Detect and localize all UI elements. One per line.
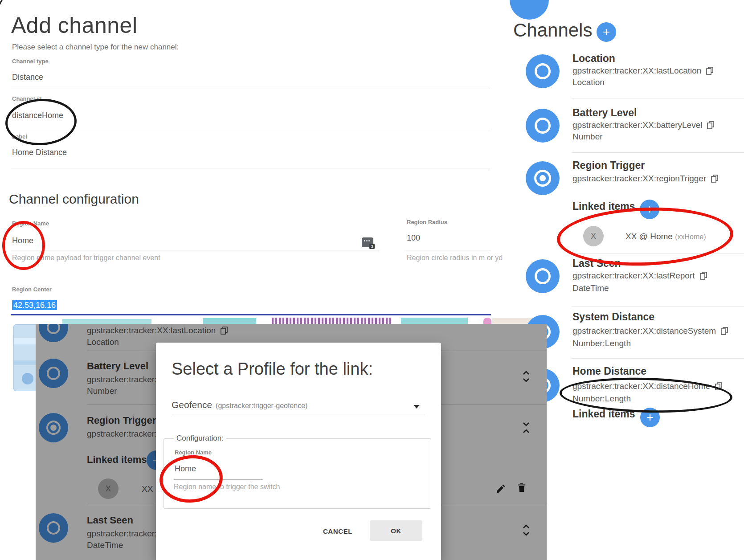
page-content-sliver xyxy=(36,317,547,324)
region-radius-input[interactable]: 100 xyxy=(407,233,420,243)
profile-select-detail: (gpstracker:trigger-geofence) xyxy=(216,402,307,410)
text-fragment xyxy=(272,318,392,324)
map-fragment xyxy=(62,319,151,324)
autofill-badge: 3 xyxy=(369,244,375,249)
channel-uid: gpstracker:tracker:XX:lastLocation xyxy=(572,66,701,76)
selected-text[interactable]: 42.53,16.16 xyxy=(12,300,57,310)
map-detail xyxy=(22,373,33,384)
bullseye-icon xyxy=(534,170,551,187)
profile-select[interactable]: Geofence (gpstracker:trigger-geofence) xyxy=(172,400,307,410)
annotation-red-ellipse-linked-item xyxy=(556,204,734,269)
app-canvas: Add channel Please select a channel type… xyxy=(0,0,744,560)
divider xyxy=(572,98,744,98)
copy-icon[interactable] xyxy=(706,67,713,75)
channel-type-label: Channel type xyxy=(12,58,49,65)
copy-icon[interactable] xyxy=(711,175,718,183)
autofill-dots xyxy=(364,240,370,241)
autofill-extension-icon[interactable]: 3 xyxy=(362,237,373,247)
page-title: Add channel xyxy=(11,12,138,38)
channel-title: Location xyxy=(572,53,615,65)
divider xyxy=(572,307,744,307)
profile-select-value: Geofence xyxy=(172,400,212,410)
divider xyxy=(572,358,744,359)
focused-underline xyxy=(11,314,491,315)
config-section-title: Channel configuration xyxy=(9,192,139,207)
channel-title: Region Trigger xyxy=(572,159,645,172)
trigger-channel-icon xyxy=(526,161,560,195)
channel-type: DateTime xyxy=(572,283,609,293)
map-fragment xyxy=(203,318,256,324)
ring-icon xyxy=(535,118,551,134)
channel-uid: gpstracker:tracker:XX:distanceSystem xyxy=(572,326,716,336)
dropdown-arrow-icon[interactable] xyxy=(413,405,420,409)
scrolled-blue-circle xyxy=(510,0,549,20)
channel-uid: gpstracker:tracker:XX:lastReport xyxy=(572,271,695,281)
region-center-input[interactable]: 42.53,16.16 xyxy=(12,301,57,310)
divider xyxy=(172,414,425,414)
region-radius-hint: Region circle radius in m or yd xyxy=(407,254,503,262)
channels-heading: Channels xyxy=(513,20,592,41)
divider xyxy=(11,168,490,168)
ring-icon xyxy=(535,268,551,284)
divider xyxy=(572,152,744,153)
channel-type: Number xyxy=(572,132,603,142)
region-name-label: Region Name xyxy=(175,449,212,456)
divider xyxy=(406,250,491,250)
label-input[interactable]: Home Distance xyxy=(12,148,67,157)
region-radius-label: Region Radius xyxy=(407,219,447,225)
dialog-title: Select a Profile for the link: xyxy=(172,360,373,379)
ok-button[interactable]: OK xyxy=(370,520,422,541)
ring-icon xyxy=(535,63,551,79)
channel-state-icon xyxy=(526,109,560,143)
add-channel-fab[interactable]: + xyxy=(597,22,616,42)
channel-type: Location xyxy=(572,78,605,87)
channel-title: Battery Level xyxy=(572,107,637,119)
channel-type-select[interactable]: Distance xyxy=(12,73,43,82)
profile-dialog: Select a Profile for the link: Geofence … xyxy=(156,343,441,560)
cancel-button[interactable]: CANCEL xyxy=(318,521,358,541)
channel-uid: gpstracker:tracker:XX:batteryLevel xyxy=(572,120,702,130)
channel-uid: gpstracker:tracker:XX:regionTrigger xyxy=(572,174,706,184)
fieldset-legend: Configuration: xyxy=(174,434,226,443)
copy-icon[interactable] xyxy=(700,272,707,280)
channel-title: System Distance xyxy=(572,311,654,323)
copy-icon[interactable] xyxy=(721,327,728,335)
region-center-label: Region Center xyxy=(12,286,52,293)
channel-state-icon xyxy=(526,54,560,88)
divider xyxy=(11,129,490,129)
channel-type: Number:Length xyxy=(572,339,631,348)
channel-title: Home Distance xyxy=(572,365,646,377)
annotation-red-circle-region-name xyxy=(2,221,45,270)
divider xyxy=(11,250,379,250)
map-fragment xyxy=(401,318,468,324)
divider xyxy=(11,89,490,89)
form-subtitle: Please select a channel type for the new… xyxy=(12,43,179,52)
map-fragment xyxy=(483,318,491,324)
copy-icon[interactable] xyxy=(707,121,714,129)
channel-state-icon xyxy=(526,259,560,293)
stray-annotation-mark xyxy=(0,0,3,9)
